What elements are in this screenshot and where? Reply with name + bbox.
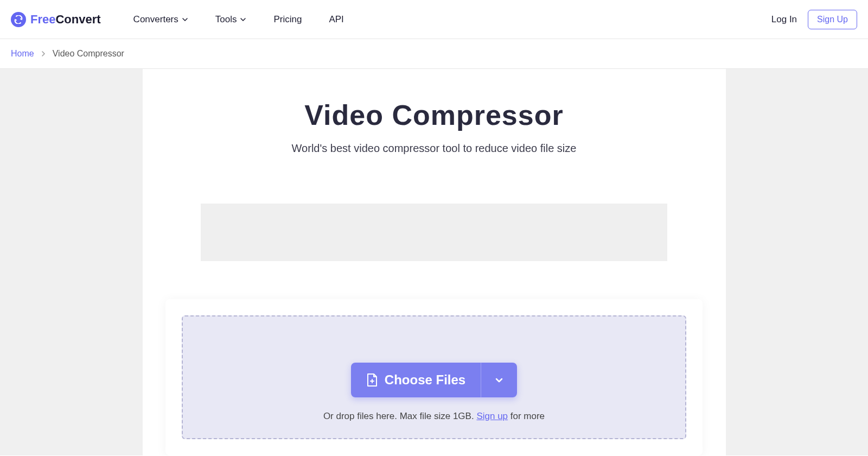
chevron-down-icon [182,16,188,23]
nav-tools[interactable]: Tools [215,14,247,25]
chevron-down-icon [494,375,504,385]
login-link[interactable]: Log In [771,14,797,25]
main-content: Video Compressor World's best video comp… [143,69,726,455]
choose-files-dropdown[interactable] [481,363,517,397]
nav-pricing[interactable]: Pricing [273,14,302,25]
header-right: Log In Sign Up [771,10,857,29]
page-title: Video Compressor [143,99,726,131]
choose-files-group: Choose Files [351,363,517,397]
page-subtitle: World's best video compressor tool to re… [143,142,726,155]
dropzone[interactable]: Choose Files Or drop files here. Max fil… [182,315,686,439]
signup-button[interactable]: Sign Up [808,10,857,29]
nav-pricing-label: Pricing [273,14,302,25]
ad-placeholder [201,204,667,261]
choose-files-button[interactable]: Choose Files [351,363,481,397]
logo[interactable]: FreeConvert [11,12,101,27]
chevron-down-icon [240,16,246,23]
file-add-icon [366,373,378,387]
drop-hint-suffix: for more [508,411,545,421]
page-background: Video Compressor World's best video comp… [0,69,868,455]
upload-card: Choose Files Or drop files here. Max fil… [165,299,703,455]
choose-files-label: Choose Files [385,372,465,388]
drop-hint-prefix: Or drop files here. Max file size 1GB. [323,411,477,421]
breadcrumb-home[interactable]: Home [11,49,34,59]
nav-converters-label: Converters [133,14,178,25]
logo-icon [11,12,26,27]
main-nav: Converters Tools Pricing API [133,14,344,25]
breadcrumb-current: Video Compressor [53,49,124,59]
drop-hint: Or drop files here. Max file size 1GB. S… [194,411,674,422]
nav-api[interactable]: API [329,14,343,25]
nav-api-label: API [329,14,343,25]
main-header: FreeConvert Converters Tools Pricing API… [0,0,868,39]
signup-inline-link[interactable]: Sign up [476,411,508,421]
logo-text: FreeConvert [30,12,101,27]
nav-converters[interactable]: Converters [133,14,188,25]
nav-tools-label: Tools [215,14,237,25]
breadcrumb: Home Video Compressor [0,39,868,69]
chevron-right-icon [41,50,46,57]
